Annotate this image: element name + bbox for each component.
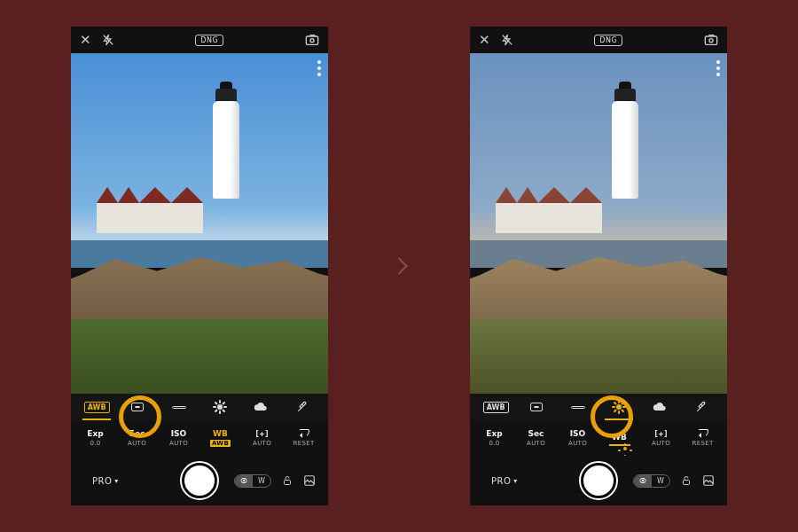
camera-topbar: ✕ DNG [71, 27, 328, 53]
shutter-button[interactable] [182, 463, 217, 498]
lock-icon[interactable] [282, 474, 293, 487]
pro-controls-row: Exp0.0 SecAUTO ISOAUTO WBAWB [+]AUTO RES… [71, 420, 328, 456]
close-icon[interactable]: ✕ [479, 32, 490, 48]
phone-after: ✕ DNG AWB Exp0.0 SecAUTO ISOAUTO [470, 27, 727, 505]
wb-option-cloudy[interactable] [647, 397, 672, 417]
scene-house [496, 203, 602, 233]
reset-icon [698, 429, 708, 438]
wb-options-row: AWB [71, 394, 328, 420]
wb-option-cloudy[interactable] [248, 397, 273, 417]
flash-off-icon[interactable] [102, 34, 114, 46]
wb-option-fluorescent[interactable] [566, 397, 591, 417]
wb-option-tungsten[interactable] [125, 397, 150, 417]
daylight-icon [213, 400, 227, 414]
mode-selector[interactable]: PRO▾ [92, 476, 119, 486]
wb-option-tungsten[interactable] [524, 397, 549, 417]
lock-icon[interactable] [681, 474, 692, 487]
control-exposure[interactable]: Exp0.0 [479, 429, 511, 447]
wb-option-daylight[interactable] [606, 397, 631, 417]
tungsten-icon [131, 403, 144, 411]
close-icon[interactable]: ✕ [80, 32, 91, 48]
control-shutter-speed[interactable]: SecAUTO [520, 429, 552, 447]
format-badge[interactable]: DNG [594, 35, 622, 46]
shutter-bar: PRO▾ ⦿W [71, 456, 328, 505]
cloudy-icon [254, 402, 268, 412]
eyedropper-icon [296, 401, 309, 413]
shutter-button[interactable] [581, 463, 616, 498]
svg-rect-2 [285, 481, 291, 485]
control-exposure-bracket[interactable]: [+]AUTO [246, 429, 278, 447]
scene-lighthouse [612, 101, 638, 199]
control-iso[interactable]: ISOAUTO [562, 429, 594, 447]
scene-lighthouse [213, 101, 239, 199]
daylight-icon [612, 400, 626, 414]
last-photo-icon[interactable] [702, 474, 715, 487]
chevron-down-icon: ▾ [114, 477, 119, 485]
svg-rect-6 [684, 481, 690, 485]
mode-selector[interactable]: PRO▾ [491, 476, 518, 486]
tungsten-icon [530, 403, 543, 411]
last-photo-icon[interactable] [303, 474, 316, 487]
switch-camera-icon[interactable] [704, 34, 718, 46]
viewfinder[interactable] [71, 53, 328, 394]
switch-camera-icon[interactable] [305, 34, 319, 46]
shutter-bar: PRO▾ ⦿W [470, 456, 727, 505]
control-reset[interactable]: RESET [687, 429, 719, 447]
control-reset[interactable]: RESET [288, 429, 320, 447]
control-white-balance[interactable]: WBAWB [205, 429, 237, 447]
wb-option-custom[interactable] [290, 397, 315, 417]
wb-option-awb[interactable]: AWB [84, 397, 109, 417]
viewfinder[interactable] [470, 53, 727, 394]
cloudy-icon [653, 402, 667, 412]
scene-house [97, 203, 203, 233]
chevron-down-icon: ▾ [513, 477, 518, 485]
lens-toggle[interactable]: ⦿W [234, 474, 271, 488]
more-options-icon[interactable] [317, 60, 321, 76]
wb-option-daylight[interactable] [207, 397, 232, 417]
fluorescent-icon [172, 406, 186, 409]
fluorescent-icon [571, 406, 585, 409]
control-exposure-bracket[interactable]: [+]AUTO [645, 429, 677, 447]
wb-options-row: AWB [470, 394, 727, 420]
control-white-balance[interactable]: WB [604, 433, 636, 443]
lens-toggle[interactable]: ⦿W [633, 474, 670, 488]
control-iso[interactable]: ISOAUTO [163, 429, 195, 447]
control-shutter-speed[interactable]: SecAUTO [121, 429, 153, 447]
camera-topbar: ✕ DNG [470, 27, 727, 53]
more-options-icon[interactable] [716, 60, 720, 76]
comparison-arrow [390, 257, 408, 275]
svg-rect-1 [306, 36, 317, 44]
wb-option-custom[interactable] [689, 397, 714, 417]
wb-option-awb[interactable]: AWB [483, 397, 508, 417]
control-exposure[interactable]: Exp0.0 [80, 429, 112, 447]
wb-option-fluorescent[interactable] [167, 397, 192, 417]
svg-rect-5 [705, 36, 716, 44]
format-badge[interactable]: DNG [195, 35, 223, 46]
eyedropper-icon [695, 401, 708, 413]
phone-before: ✕ DNG AWB Exp0.0 SecAUTO IS [71, 27, 328, 505]
flash-off-icon[interactable] [501, 34, 513, 46]
pro-controls-row: Exp0.0 SecAUTO ISOAUTO WB [+]AUTO RESET [470, 420, 727, 456]
reset-icon [299, 429, 309, 438]
